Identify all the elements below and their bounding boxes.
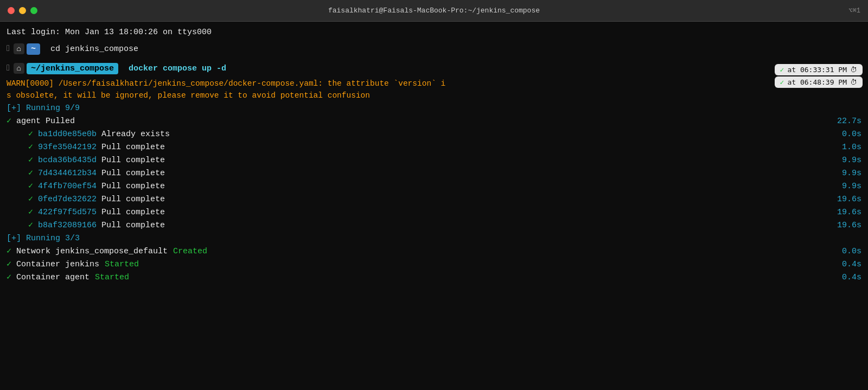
final-left: ✓ Container jenkins Started — [7, 258, 824, 271]
final-left: ✓ Network jenkins_compose_default Create… — [7, 245, 824, 258]
layer-left: ✓ bcda36b6435d Pull complete — [28, 154, 824, 167]
apple-icon-1:  — [7, 44, 12, 54]
timestamp-row-1: ✓ at 06:33:31 PM ⏱ — [775, 64, 863, 75]
layer-time: 9.9s — [824, 154, 861, 167]
layer-time: 19.6s — [824, 219, 861, 232]
final-status: Started — [95, 271, 129, 284]
final-status: Started — [105, 258, 139, 271]
agent-check: ✓ — [7, 115, 11, 128]
layer-status: Pull complete — [97, 167, 165, 180]
ts-check-2: ✓ — [780, 78, 784, 86]
final-lines-container: ✓ Network jenkins_compose_default Create… — [7, 245, 861, 284]
warn-line-1: WARN[0000] /Users/faisalkhatri/jenkins_c… — [7, 78, 861, 90]
timestamps-group: ✓ at 06:33:31 PM ⏱ ✓ at 06:48:39 PM ⏱ — [775, 64, 863, 88]
cmd-text-1: cd jenkins_compose — [50, 44, 138, 54]
layer-line: ✓ 4f4fb700ef54 Pull complete 9.9s — [7, 180, 861, 193]
final-line: ✓ Container jenkins Started 0.4s — [7, 258, 861, 271]
final-check: ✓ — [7, 258, 11, 271]
apple-icon-2:  — [7, 63, 12, 73]
layer-left: ✓ 93fe35042192 Pull complete — [28, 141, 824, 154]
layer-hash: bcda36b6435d — [33, 154, 97, 167]
final-time: 0.0s — [824, 245, 861, 258]
layer-check: ✓ — [28, 128, 33, 141]
layer-status: Pull complete — [97, 180, 165, 193]
layer-status: Pull complete — [97, 193, 165, 206]
agent-pulled-line: ✓ agent Pulled 22.7s — [7, 115, 861, 128]
final-time: 0.4s — [824, 258, 861, 271]
layer-status: Pull complete — [97, 206, 165, 219]
layer-check: ✓ — [28, 206, 33, 219]
layer-status: Pull complete — [97, 219, 165, 232]
running-line-2: [+] Running 3/3 — [7, 232, 861, 245]
layer-left: ✓ ba1dd0e85e0b Already exists — [28, 128, 824, 141]
layer-left: ✓ 0fed7de32622 Pull complete — [28, 193, 824, 206]
final-time: 0.4s — [824, 271, 861, 284]
final-label: Container agent — [11, 271, 90, 284]
running-line-1: [+] Running 9/9 — [7, 102, 861, 115]
layer-hash: 7d4344612b34 — [33, 167, 97, 180]
layer-hash: 422f97f5d575 — [33, 206, 97, 219]
layer-time: 9.9s — [824, 180, 861, 193]
final-check: ✓ — [7, 271, 11, 284]
final-line: ✓ Container agent Started 0.4s — [7, 271, 861, 284]
prompt-badge-dark-1: ⌂ — [14, 43, 24, 54]
layer-line: ✓ 93fe35042192 Pull complete 1.0s — [7, 141, 861, 154]
terminal-body: Last login: Mon Jan 13 18:00:26 on ttys0… — [0, 22, 868, 390]
prompt-row-1:  ⌂ ~ cd jenkins_compose — [7, 39, 861, 59]
final-label: Network jenkins_compose_default — [11, 245, 168, 258]
timestamp-1: at 06:33:31 PM — [787, 66, 847, 74]
clock-icon-1: ⏱ — [850, 66, 857, 74]
layer-line: ✓ b8af32089166 Pull complete 19.6s — [7, 219, 861, 232]
layer-line: ✓ 0fed7de32622 Pull complete 19.6s — [7, 193, 861, 206]
warn-line-2: s obsolete, it will be ignored, please r… — [7, 90, 861, 102]
close-button[interactable] — [8, 7, 15, 14]
maximize-button[interactable] — [30, 7, 37, 14]
agent-pulled-text: agent Pulled — [11, 115, 75, 128]
layer-line: ✓ ba1dd0e85e0b Already exists 0.0s — [7, 128, 861, 141]
layer-time: 19.6s — [824, 206, 861, 219]
prompt-command-1: cd jenkins_compose — [46, 44, 138, 54]
layer-hash: 93fe35042192 — [33, 141, 97, 154]
cmd-text-2: docker compose up -d — [129, 64, 226, 73]
layer-check: ✓ — [28, 219, 33, 232]
prompt-path-badge: ~/jenkins_compose — [27, 63, 118, 74]
layers-container: ✓ ba1dd0e85e0b Already exists 0.0s ✓ 93f… — [7, 128, 861, 232]
final-line: ✓ Network jenkins_compose_default Create… — [7, 245, 861, 258]
cmd-docker: docker compose up -d — [129, 64, 226, 73]
layer-hash: ba1dd0e85e0b — [33, 128, 97, 141]
layer-status: Pull complete — [97, 141, 165, 154]
final-status: Created — [173, 245, 207, 258]
login-line: Last login: Mon Jan 13 18:00:26 on ttys0… — [7, 26, 861, 39]
layer-left: ✓ 4f4fb700ef54 Pull complete — [28, 180, 824, 193]
agent-pulled-time: 22.7s — [824, 115, 861, 128]
layer-check: ✓ — [28, 167, 33, 180]
layer-time: 1.0s — [824, 141, 861, 154]
minimize-button[interactable] — [19, 7, 26, 14]
layer-check: ✓ — [28, 193, 33, 206]
layer-hash: b8af32089166 — [33, 219, 97, 232]
prompt-command-2: docker compose up -d — [124, 64, 226, 73]
agent-pulled-left: ✓ agent Pulled — [7, 115, 824, 128]
prompt-row-2:  ⌂ ~/jenkins_compose docker compose up … — [7, 59, 861, 78]
layer-line: ✓ 422f97f5d575 Pull complete 19.6s — [7, 206, 861, 219]
layer-time: 19.6s — [824, 193, 861, 206]
layer-left: ✓ 422f97f5d575 Pull complete — [28, 206, 824, 219]
layer-status: Pull complete — [97, 154, 165, 167]
prompt-badge-dark-2: ⌂ — [14, 63, 24, 74]
ts-check-1: ✓ — [780, 66, 784, 74]
layer-check: ✓ — [28, 180, 33, 193]
keyboard-shortcut: ⌥⌘1 — [848, 7, 860, 15]
titlebar: faisalkhatri@Faisals-MacBook-Pro:~/jenki… — [0, 0, 868, 22]
final-label: Container jenkins — [11, 258, 99, 271]
prompt-tilde-badge: ~ — [27, 43, 40, 55]
layer-status: Already exists — [97, 128, 170, 141]
final-check: ✓ — [7, 245, 11, 258]
layer-hash: 4f4fb700ef54 — [33, 180, 97, 193]
clock-icon-2: ⏱ — [850, 78, 857, 86]
layer-line: ✓ bcda36b6435d Pull complete 9.9s — [7, 154, 861, 167]
window-title: faisalkhatri@Faisals-MacBook-Pro:~/jenki… — [328, 7, 540, 15]
layer-left: ✓ b8af32089166 Pull complete — [28, 219, 824, 232]
layer-check: ✓ — [28, 154, 33, 167]
layer-time: 0.0s — [824, 128, 861, 141]
layer-time: 9.9s — [824, 167, 861, 180]
